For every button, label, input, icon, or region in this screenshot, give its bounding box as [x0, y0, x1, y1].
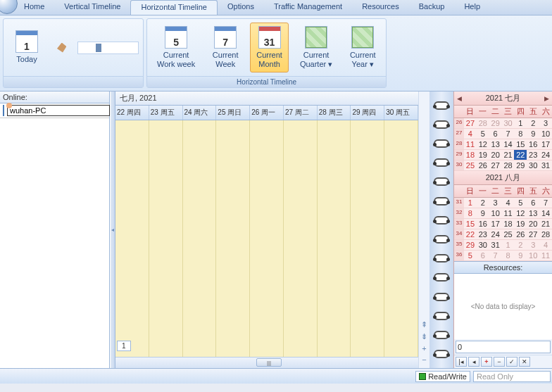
- cal-day[interactable]: 15: [464, 219, 477, 229]
- cal-day[interactable]: 19: [477, 150, 489, 160]
- cal-day[interactable]: 27: [489, 160, 502, 170]
- cal-day[interactable]: 31: [539, 160, 552, 170]
- cal-day[interactable]: 16: [477, 219, 489, 229]
- cal-day[interactable]: 28: [539, 229, 552, 239]
- cal-day[interactable]: 19: [514, 219, 527, 229]
- cal-day[interactable]: 23: [477, 229, 489, 239]
- timeline-body[interactable]: [115, 120, 418, 357]
- cal-day[interactable]: 18: [464, 150, 477, 160]
- ribbon-btn-1[interactable]: 7CurrentWeek: [206, 23, 244, 72]
- cal-day[interactable]: 23: [527, 150, 539, 160]
- prev-icon[interactable]: ◂: [468, 357, 479, 367]
- online-user-row[interactable]: [0, 103, 109, 118]
- cal-day[interactable]: 31: [489, 240, 502, 250]
- timeline-col[interactable]: 27 周二: [284, 106, 318, 120]
- h-scrollbar[interactable]: |||: [115, 357, 418, 368]
- cal-day[interactable]: 8: [502, 251, 515, 260]
- cal-day[interactable]: 14: [539, 208, 552, 218]
- zoom-slider[interactable]: [77, 42, 139, 54]
- cal-day[interactable]: 11: [539, 251, 552, 260]
- cal-day[interactable]: 4: [539, 240, 552, 250]
- timeline-col[interactable]: 24 周六: [183, 106, 217, 120]
- status-readonly[interactable]: Read Only: [473, 371, 551, 382]
- cal-day[interactable]: 6: [489, 129, 502, 139]
- cal-day[interactable]: 30: [477, 240, 489, 250]
- cal-day[interactable]: 5: [514, 198, 527, 208]
- cal-day[interactable]: 2: [514, 240, 527, 250]
- cal-day[interactable]: 13: [527, 208, 539, 218]
- calendar-2[interactable]: 日一二三四五六311234567328910111213143315161718…: [454, 185, 552, 261]
- zoom-out-icon[interactable]: −: [422, 355, 426, 364]
- cal-day[interactable]: 14: [502, 139, 515, 149]
- cal-day[interactable]: 13: [489, 139, 502, 149]
- cal-day[interactable]: 6: [527, 198, 539, 208]
- cal-day[interactable]: 7: [489, 251, 502, 260]
- cal-day[interactable]: 27: [464, 118, 477, 128]
- cal-day[interactable]: 25: [502, 229, 515, 239]
- timeline-col[interactable]: 22 周四: [115, 106, 149, 120]
- ribbon-btn-0[interactable]: 5CurrentWork week: [151, 23, 201, 72]
- tab-resources[interactable]: Resources: [352, 0, 409, 15]
- tab-horizontal-timeline[interactable]: Horizontal Timeline: [130, 0, 218, 15]
- cal-day[interactable]: 29: [464, 240, 477, 250]
- ribbon-btn-4[interactable]: CurrentYear ▾: [344, 23, 382, 72]
- cal-day[interactable]: 9: [514, 251, 527, 260]
- timeline-col[interactable]: 26 周一: [250, 106, 284, 120]
- cal-day[interactable]: 24: [539, 150, 552, 160]
- cal-day[interactable]: 4: [464, 129, 477, 139]
- cal-day[interactable]: 18: [502, 219, 515, 229]
- cal-day[interactable]: 1: [464, 198, 477, 208]
- cal-day[interactable]: 30: [527, 160, 539, 170]
- calendar-1[interactable]: 日一二三四五六262728293012327456789102811121314…: [454, 106, 552, 171]
- cal-day[interactable]: 9: [477, 208, 489, 218]
- tab-backup[interactable]: Backup: [409, 0, 455, 15]
- cal-day[interactable]: 1: [514, 118, 527, 128]
- cal-day[interactable]: 28: [502, 160, 515, 170]
- cal-day[interactable]: 4: [502, 198, 515, 208]
- cal-day[interactable]: 8: [464, 208, 477, 218]
- cal-day[interactable]: 9: [527, 129, 539, 139]
- cal-day[interactable]: 20: [527, 219, 539, 229]
- cal-day[interactable]: 5: [477, 129, 489, 139]
- timeline-col[interactable]: 25 周日: [216, 106, 250, 120]
- cal-day[interactable]: 17: [489, 219, 502, 229]
- cal-day[interactable]: 25: [464, 160, 477, 170]
- today-button[interactable]: 1 Today: [8, 27, 46, 67]
- tab-traffic-management[interactable]: Traffic Management: [264, 0, 352, 15]
- collapse-up-icon[interactable]: ⇞: [421, 320, 427, 329]
- timeline-col[interactable]: 30 周五: [384, 106, 418, 120]
- splitter-left[interactable]: ◂: [110, 91, 115, 368]
- cal-day[interactable]: 21: [539, 219, 552, 229]
- cal-day[interactable]: 24: [489, 229, 502, 239]
- cal-day[interactable]: 26: [477, 160, 489, 170]
- cal-day[interactable]: 3: [527, 240, 539, 250]
- cal-day[interactable]: 27: [527, 229, 539, 239]
- sheet-tab[interactable]: 1: [117, 341, 131, 351]
- prev-month-icon[interactable]: ◀: [457, 95, 462, 102]
- cal-day[interactable]: 7: [502, 129, 515, 139]
- confirm-icon[interactable]: ✓: [506, 357, 518, 367]
- remove-icon[interactable]: −: [494, 357, 505, 367]
- timeline-col[interactable]: 28 周三: [318, 106, 351, 120]
- cal-day[interactable]: 26: [514, 229, 527, 239]
- add-icon[interactable]: +: [481, 357, 492, 367]
- zoom-in-icon[interactable]: +: [422, 344, 426, 353]
- cal-day[interactable]: 28: [477, 118, 489, 128]
- cal-day[interactable]: 22: [514, 150, 527, 160]
- tab-options[interactable]: Options: [218, 0, 264, 15]
- cal-day[interactable]: 15: [514, 139, 527, 149]
- cal-day[interactable]: 8: [514, 129, 527, 139]
- cal-day[interactable]: 30: [502, 118, 515, 128]
- cal-day[interactable]: 29: [514, 160, 527, 170]
- cal-day[interactable]: 21: [502, 150, 515, 160]
- cal-day[interactable]: 6: [477, 251, 489, 260]
- cal-day[interactable]: 10: [539, 129, 552, 139]
- cal-day[interactable]: 29: [489, 118, 502, 128]
- cal-day[interactable]: 3: [539, 118, 552, 128]
- ribbon-btn-2[interactable]: 31CurrentMonth: [250, 23, 289, 72]
- cal-day[interactable]: 1: [502, 240, 515, 250]
- online-user-input[interactable]: [7, 105, 110, 116]
- cal-day[interactable]: 11: [464, 139, 477, 149]
- timeline-col[interactable]: 29 周四: [351, 106, 384, 120]
- collapse-down-icon[interactable]: ⇟: [421, 332, 427, 341]
